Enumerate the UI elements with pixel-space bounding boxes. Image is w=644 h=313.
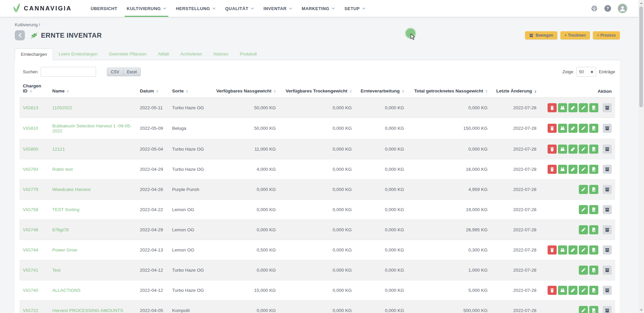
sort-arrows-icon[interactable] <box>156 89 158 94</box>
nav-item-marketing[interactable]: MARKETING <box>297 0 340 17</box>
edit-button[interactable] <box>579 124 588 133</box>
back-button[interactable] <box>15 30 25 40</box>
batch-id-link[interactable]: VIG740 <box>23 288 38 293</box>
tab-erntechargen[interactable]: Erntechargen <box>15 48 53 60</box>
batch-id-link[interactable]: VIG744 <box>23 247 38 252</box>
archive-button[interactable] <box>603 103 612 112</box>
column-header-chargen-id[interactable]: Chargen ID <box>19 82 49 97</box>
nav-item-übersicht[interactable]: ÜBERSICHT <box>86 0 122 17</box>
tab-leere-erntechargen[interactable]: Leere Erntechargen <box>53 48 103 60</box>
sort-arrows-icon[interactable] <box>30 89 32 94</box>
sort-arrows-icon[interactable] <box>274 89 276 94</box>
sort-arrows-icon[interactable] <box>186 89 188 94</box>
test-button[interactable] <box>568 124 577 133</box>
search-input[interactable] <box>41 67 96 77</box>
tab-geerntete-pflanzen[interactable]: Geerntete Pflanzen <box>103 48 152 60</box>
archive-button[interactable] <box>603 266 612 275</box>
report-button[interactable] <box>589 185 598 194</box>
batch-name-link[interactable]: 12121 <box>52 147 65 152</box>
weigh-button[interactable] <box>558 245 567 255</box>
csv-export-button[interactable]: CSV <box>107 68 123 76</box>
test-button[interactable] <box>568 245 577 255</box>
breadcrumb[interactable]: Kultivierung / <box>15 22 620 27</box>
weigh-button[interactable] <box>558 124 567 133</box>
batch-id-link[interactable]: VIG746 <box>23 227 38 232</box>
batch-name-link[interactable]: 878gt78 <box>52 227 69 232</box>
batch-id-link[interactable]: VIG741 <box>23 268 38 273</box>
archive-button[interactable] <box>603 306 612 313</box>
batch-id-link[interactable]: VIG810 <box>23 126 38 131</box>
nav-item-herstellung[interactable]: HERSTELLUNG <box>171 0 220 17</box>
edit-button[interactable] <box>579 306 588 313</box>
edit-button[interactable] <box>579 185 588 194</box>
weigh-button[interactable] <box>558 286 567 295</box>
report-button[interactable] <box>589 145 598 154</box>
weigh-button[interactable] <box>558 103 567 112</box>
help-icon[interactable]: ? <box>604 5 611 12</box>
batch-name-link[interactable]: TEST Sorting <box>52 207 80 212</box>
batch-name-link[interactable]: Bubbakush Selection Harvest 1 -09-05-202… <box>52 123 132 133</box>
batch-name-link[interactable]: Robin test <box>52 167 73 172</box>
archive-button[interactable] <box>603 205 612 214</box>
tab-protokoll[interactable]: Protokoll <box>234 48 263 60</box>
sort-arrows-icon[interactable] <box>350 89 352 94</box>
delete-button[interactable] <box>548 103 557 112</box>
batch-id-link[interactable]: VIG779 <box>23 187 38 192</box>
nav-item-inventar[interactable]: INVENTAR <box>259 0 297 17</box>
edit-button[interactable] <box>579 286 588 295</box>
weigh-button[interactable] <box>558 165 567 174</box>
tab-notizen[interactable]: Notizen <box>208 48 234 60</box>
archive-button[interactable] <box>603 165 612 174</box>
batch-name-link[interactable]: Power Grow <box>52 247 77 252</box>
tab-archivieren[interactable]: Archivieren <box>175 48 208 60</box>
sort-arrows-icon[interactable] <box>402 89 404 94</box>
batch-id-link[interactable]: VIG813 <box>23 105 38 110</box>
archive-button[interactable] <box>603 124 612 133</box>
batch-id-link[interactable]: VIG793 <box>23 167 38 172</box>
batch-id-link[interactable]: VIG722 <box>23 308 38 313</box>
report-button[interactable] <box>589 306 598 313</box>
nav-item-setup[interactable]: SETUP <box>340 0 370 17</box>
delete-button[interactable] <box>548 165 557 174</box>
column-header-verfügbares-trockengewicht[interactable]: Verfügbares Trockengewicht <box>279 82 355 97</box>
archive-button[interactable] <box>603 225 612 234</box>
delete-button[interactable] <box>548 145 557 154</box>
report-button[interactable] <box>589 245 598 255</box>
batch-name-link[interactable]: 11052022 <box>52 105 72 110</box>
test-button[interactable] <box>568 103 577 112</box>
archive-button[interactable] <box>603 286 612 295</box>
batch-id-link[interactable]: VIG758 <box>23 207 38 212</box>
batch-name-link[interactable]: Weedcake Harvest <box>52 187 91 192</box>
edit-button[interactable] <box>579 145 588 154</box>
scrollbar-thumb[interactable] <box>639 6 643 107</box>
report-button[interactable] <box>589 225 598 234</box>
batch-name-link[interactable]: Harvest PROCESSING AMOUNTS <box>52 308 123 313</box>
user-avatar[interactable] <box>618 4 627 13</box>
delete-button[interactable] <box>548 286 557 295</box>
edit-button[interactable] <box>579 225 588 234</box>
move-button[interactable]: Bewegen <box>525 31 557 39</box>
vertical-scrollbar[interactable] <box>638 0 644 313</box>
sort-arrows-icon[interactable] <box>534 89 536 94</box>
batch-id-link[interactable]: VIG800 <box>23 147 38 152</box>
archive-button[interactable] <box>603 185 612 194</box>
edit-button[interactable] <box>579 103 588 112</box>
print-icon[interactable] <box>591 5 598 12</box>
page-size-select[interactable]: 50 <box>576 67 596 77</box>
dry-button[interactable]: + Trocknen <box>560 31 590 39</box>
report-button[interactable] <box>589 286 598 295</box>
report-button[interactable] <box>589 205 598 214</box>
column-header-verfügbares-nassgewicht[interactable]: Verfügbares Nassgewicht <box>210 82 279 97</box>
report-button[interactable] <box>589 266 598 275</box>
report-button[interactable] <box>589 124 598 133</box>
archive-button[interactable] <box>603 145 612 154</box>
delete-button[interactable] <box>548 245 557 255</box>
edit-button[interactable] <box>579 205 588 214</box>
test-button[interactable] <box>568 165 577 174</box>
report-button[interactable] <box>589 103 598 112</box>
nav-item-kultivierung[interactable]: KULTIVIERUNG <box>122 0 171 17</box>
batch-name-link[interactable]: ALLACTIONS <box>52 288 81 293</box>
column-header-letzte-änderung[interactable]: Letzte Änderung <box>491 82 540 97</box>
sort-arrows-icon[interactable] <box>67 89 69 94</box>
test-button[interactable] <box>568 286 577 295</box>
